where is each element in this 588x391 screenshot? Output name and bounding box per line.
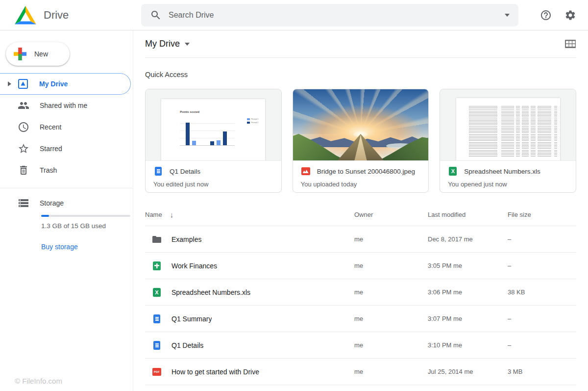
drive-logo[interactable]: Drive — [0, 6, 133, 25]
column-header-file-size[interactable]: File size — [508, 211, 576, 218]
storage-usage-text: 1.3 GB of 15 GB used — [41, 222, 133, 230]
sidebar-item-label: My Drive — [39, 80, 68, 88]
file-size: – — [508, 262, 576, 269]
grid-view-icon[interactable] — [564, 39, 576, 49]
card-title: Bridge to Sunset 200046800.jpeg — [317, 168, 415, 175]
file-owner: me — [354, 288, 428, 296]
spreadsheet-thumbnail — [440, 89, 576, 161]
file-owner: me — [354, 368, 428, 375]
storage-icon — [18, 197, 29, 209]
sidebar-item-label: Recent — [40, 123, 61, 131]
page-title: My Drive — [145, 39, 180, 49]
sidebar-item-recent[interactable]: Recent — [0, 116, 131, 138]
table-row[interactable]: Spreadsheet Numbers.xls me 3:06 PM me 38… — [145, 279, 576, 306]
file-name: Work Finances — [172, 262, 217, 270]
app-name: Drive — [44, 9, 69, 22]
sidebar-item-label: Starred — [40, 145, 62, 153]
file-last-modified: Dec 8, 2017 me — [428, 235, 508, 243]
column-header-name[interactable]: Name ↓ — [145, 210, 354, 219]
search-icon[interactable] — [150, 9, 162, 21]
file-size: – — [508, 235, 576, 243]
topbar: Drive — [0, 0, 588, 30]
mini-chart-legend: Period 1Period 2 — [247, 118, 258, 125]
docs-icon — [153, 166, 163, 176]
table-row[interactable]: How to get started with Drive me Jul 25,… — [145, 359, 576, 385]
topbar-icons — [540, 9, 576, 21]
main-content: My Drive Quick Access — [133, 30, 588, 391]
new-button[interactable]: New — [6, 42, 70, 66]
chevron-down-icon — [185, 43, 190, 46]
sidebar-divider — [0, 188, 133, 188]
docs-icon — [152, 340, 162, 350]
table-row[interactable]: Work Finances me 3:05 PM me – — [145, 253, 576, 279]
quick-access-cards: Points scored Period 1Period 2 Q1 Detail… — [145, 89, 576, 193]
settings-gear-icon[interactable] — [564, 9, 576, 21]
table-row[interactable]: Q1 Summary me 3:07 PM me – — [145, 306, 576, 332]
file-size: – — [508, 315, 576, 322]
file-last-modified: 3:05 PM me — [428, 262, 508, 269]
storage-progress-fill — [41, 215, 49, 217]
google-drive-app: Drive — [0, 0, 588, 391]
sidebar: New My Drive Shared with me — [0, 30, 133, 391]
table-header-row: Name ↓ Owner Last modified File size — [145, 204, 576, 226]
sidebar-item-starred[interactable]: Starred — [0, 138, 131, 159]
folder-icon — [152, 235, 162, 244]
excel-icon — [448, 166, 458, 176]
search-options-caret-icon[interactable] — [505, 14, 510, 17]
sidebar-item-trash[interactable]: Trash — [0, 159, 131, 181]
buy-storage-link[interactable]: Buy storage — [41, 243, 78, 251]
card-title: Q1 Details — [170, 168, 200, 175]
card-subtitle: You uploaded today — [301, 181, 421, 188]
file-last-modified: Jul 25, 2014 me — [428, 368, 508, 375]
watermark: © FileInfo.com — [15, 377, 62, 385]
file-last-modified: 3:10 PM me — [428, 341, 508, 349]
file-name: Spreadsheet Numbers.xls — [172, 288, 250, 296]
card-subtitle: You opened just now — [448, 181, 568, 188]
file-size: – — [508, 341, 576, 349]
new-button-label: New — [34, 50, 48, 58]
quick-access-card-q1-details[interactable]: Points scored Period 1Period 2 Q1 Detail… — [145, 89, 282, 193]
main-header: My Drive — [145, 30, 576, 58]
sidebar-item-shared-with-me[interactable]: Shared with me — [0, 95, 131, 116]
table-row[interactable]: Q1 Details me 3:10 PM me – — [145, 332, 576, 359]
card-title: Spreadsheet Numbers.xls — [464, 168, 540, 175]
file-last-modified: 3:07 PM me — [428, 315, 508, 322]
table-row[interactable]: Examples me Dec 8, 2017 me – — [145, 226, 576, 253]
sidebar-item-my-drive[interactable]: My Drive — [0, 73, 131, 95]
doc-chart-thumbnail: Points scored Period 1Period 2 — [146, 89, 281, 161]
search-bar[interactable] — [141, 4, 518, 26]
people-icon — [18, 100, 29, 111]
expand-arrow-icon[interactable] — [8, 81, 15, 86]
file-name: Q1 Summary — [172, 315, 212, 323]
quick-access-card-spreadsheet-numbers[interactable]: Spreadsheet Numbers.xls You opened just … — [440, 89, 576, 193]
mini-chart-bars — [180, 116, 235, 146]
quick-access-card-bridge-to-sunset[interactable]: Bridge to Sunset 200046800.jpeg You uplo… — [293, 89, 429, 193]
search-input[interactable] — [169, 11, 505, 20]
column-header-owner[interactable]: Owner — [354, 211, 428, 218]
quick-access-heading: Quick Access — [145, 71, 576, 78]
sunset-photo-thumbnail — [293, 89, 429, 161]
help-icon[interactable] — [540, 9, 552, 21]
sidebar-item-storage[interactable]: Storage — [0, 192, 131, 214]
star-icon — [18, 143, 29, 155]
card-subtitle: You edited just now — [153, 181, 273, 188]
file-table: Name ↓ Owner Last modified File size Exa… — [145, 204, 576, 385]
file-owner: me — [354, 262, 428, 269]
my-drive-icon — [17, 78, 29, 90]
file-last-modified: 3:06 PM me — [428, 288, 508, 296]
location-dropdown[interactable]: My Drive — [145, 39, 190, 49]
docs-icon — [152, 314, 162, 324]
file-size: 38 KB — [508, 288, 576, 296]
file-owner: me — [354, 235, 428, 243]
sidebar-item-label: Shared with me — [40, 102, 87, 109]
sidebar-nav: My Drive Shared with me Recent — [0, 73, 133, 181]
sort-descending-icon[interactable]: ↓ — [170, 210, 174, 219]
column-header-last-modified[interactable]: Last modified — [428, 211, 508, 218]
file-name: Q1 Details — [172, 341, 203, 349]
clock-icon — [18, 121, 29, 133]
sidebar-item-label: Trash — [40, 166, 57, 174]
pdf-icon — [152, 367, 162, 377]
file-owner: me — [354, 315, 428, 322]
file-name: How to get started with Drive — [172, 368, 259, 376]
mini-chart-title: Points scored — [180, 110, 199, 113]
